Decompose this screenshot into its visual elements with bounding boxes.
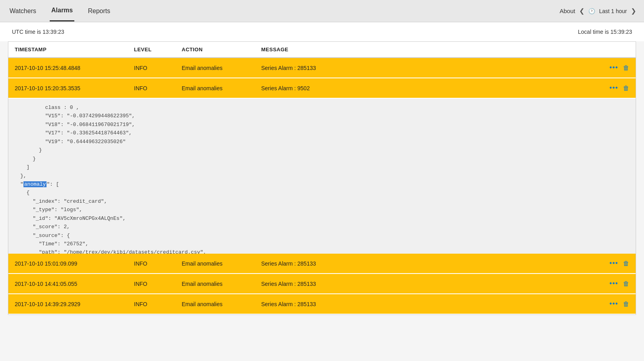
more-options-button[interactable]: ••• (609, 64, 618, 72)
col-level: LEVEL (134, 47, 182, 52)
cell-level: INFO (134, 65, 182, 71)
clock-icon: 🕐 (588, 8, 595, 14)
col-message: MESSAGE (261, 47, 597, 52)
nav-alarms[interactable]: Alarms (50, 0, 74, 21)
cell-level: INFO (134, 260, 182, 267)
delete-button[interactable]: 🗑 (623, 64, 629, 72)
cell-message: Series Alarm : 285133 (261, 65, 597, 71)
more-options-button[interactable]: ••• (609, 259, 618, 268)
table-row: 2017-10-10 14:39:29.2929 INFO Email anom… (8, 294, 636, 314)
delete-button[interactable]: 🗑 (623, 260, 629, 267)
cell-level: INFO (134, 301, 182, 307)
top-nav: Watchers Alarms Reports About ❮ 🕐 Last 1… (0, 0, 644, 22)
next-arrow[interactable]: ❯ (631, 7, 636, 15)
more-options-button[interactable]: ••• (609, 300, 618, 308)
table-header: TIMESTAMP LEVEL ACTION MESSAGE (8, 42, 636, 58)
table-row: 2017-10-10 15:25:48.4848 INFO Email anom… (8, 58, 636, 78)
local-time: Local time is 15:39:23 (578, 29, 632, 35)
nav-reports[interactable]: Reports (86, 1, 112, 21)
cell-action: Email anomalies (182, 85, 261, 91)
cell-timestamp: 2017-10-10 15:01:09.099 (15, 260, 134, 267)
table-row: 2017-10-10 14:41:05.055 INFO Email anoma… (8, 274, 636, 294)
col-actions (597, 47, 629, 52)
row-actions: ••• 🗑 (597, 64, 629, 72)
cell-message: Series Alarm : 9502 (261, 85, 597, 91)
cell-timestamp: 2017-10-10 14:39:29.2929 (15, 301, 134, 307)
row-actions: ••• 🗑 (597, 84, 629, 92)
table-row: 2017-10-10 15:20:35.3535 INFO Email anom… (8, 78, 636, 99)
cell-timestamp: 2017-10-10 14:41:05.055 (15, 281, 134, 287)
nav-left: Watchers Alarms Reports (8, 0, 112, 21)
cell-action: Email anomalies (182, 281, 261, 287)
cell-message: Series Alarm : 285133 (261, 301, 597, 307)
cell-level: INFO (134, 281, 182, 287)
json-panel[interactable]: class : 0 , "V15": "-0.0374299448622395"… (8, 99, 636, 254)
cell-action: Email anomalies (182, 260, 261, 267)
delete-button[interactable]: 🗑 (623, 301, 629, 308)
cell-action: Email anomalies (182, 301, 261, 307)
cell-timestamp: 2017-10-10 15:20:35.3535 (15, 85, 134, 91)
row-actions: ••• 🗑 (597, 300, 629, 308)
cell-level: INFO (134, 85, 182, 91)
prev-arrow[interactable]: ❮ (579, 7, 584, 15)
time-range-label[interactable]: Last 1 hour (599, 8, 627, 14)
alarms-table: TIMESTAMP LEVEL ACTION MESSAGE 2017-10-1… (8, 41, 636, 315)
cell-message: Series Alarm : 285133 (261, 260, 597, 267)
col-timestamp: TIMESTAMP (15, 47, 134, 52)
delete-button[interactable]: 🗑 (623, 280, 629, 287)
table-row: 2017-10-10 15:01:09.099 INFO Email anoma… (8, 254, 636, 274)
nav-right: About ❮ 🕐 Last 1 hour ❯ (560, 7, 636, 15)
row-actions: ••• 🗑 (597, 279, 629, 288)
time-bar: UTC time is 13:39:23 Local time is 15:39… (0, 22, 644, 41)
more-options-button[interactable]: ••• (609, 84, 618, 92)
delete-button[interactable]: 🗑 (623, 85, 629, 92)
cell-timestamp: 2017-10-10 15:25:48.4848 (15, 65, 134, 71)
col-action: ACTION (182, 47, 261, 52)
about-link[interactable]: About (560, 8, 575, 14)
more-options-button[interactable]: ••• (609, 279, 618, 288)
nav-watchers[interactable]: Watchers (8, 1, 38, 21)
utc-time: UTC time is 13:39:23 (12, 29, 64, 35)
row-actions: ••• 🗑 (597, 259, 629, 268)
cell-action: Email anomalies (182, 65, 261, 71)
cell-message: Series Alarm : 285133 (261, 281, 597, 287)
